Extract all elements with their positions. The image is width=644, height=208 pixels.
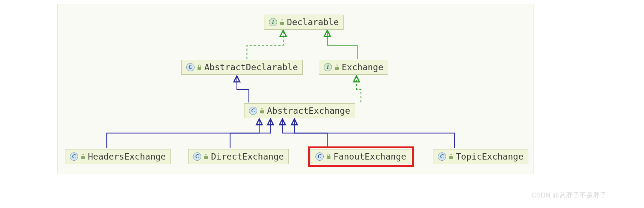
node-abstract-exchange[interactable]: C AbstractExchange <box>244 103 355 118</box>
lock-icon <box>80 154 86 159</box>
watermark: CSDN @蓝胖子不是胖子 <box>531 191 606 200</box>
node-headers-exchange[interactable]: C HeadersExchange <box>65 149 171 164</box>
class-icon: C <box>193 152 201 161</box>
interface-icon: I <box>324 63 332 71</box>
node-label: Declarable <box>287 17 339 27</box>
node-label: AbstractDeclarable <box>204 62 298 72</box>
node-abstract-declarable[interactable]: C AbstractDeclarable <box>181 60 303 75</box>
node-label: Exchange <box>342 62 383 72</box>
node-fanout-exchange[interactable]: C FanoutExchange <box>311 149 411 164</box>
node-exchange[interactable]: I Exchange <box>319 60 388 75</box>
interface-icon: I <box>269 18 277 26</box>
lock-icon <box>326 154 331 159</box>
lock-icon <box>204 154 209 159</box>
node-direct-exchange[interactable]: C DirectExchange <box>188 149 289 164</box>
node-topic-exchange[interactable]: C TopicExchange <box>433 149 528 164</box>
node-label: FanoutExchange <box>333 152 406 161</box>
class-icon: C <box>70 152 78 161</box>
class-icon: C <box>438 152 446 161</box>
diagram-frame: I Declarable C AbstractDeclarable I Exch… <box>57 4 534 174</box>
class-icon: C <box>315 152 324 161</box>
class-icon: C <box>249 107 257 115</box>
lock-icon <box>197 65 202 70</box>
node-label: AbstractExchange <box>267 106 350 116</box>
node-label: DirectExchange <box>211 152 284 161</box>
node-label: HeadersExchange <box>88 152 166 161</box>
node-label: TopicExchange <box>456 152 523 161</box>
lock-icon <box>448 154 454 159</box>
class-icon: C <box>186 63 195 71</box>
lock-icon <box>334 65 339 70</box>
node-declarable[interactable]: I Declarable <box>264 15 344 30</box>
lock-icon <box>259 108 265 113</box>
lock-icon <box>279 20 285 25</box>
